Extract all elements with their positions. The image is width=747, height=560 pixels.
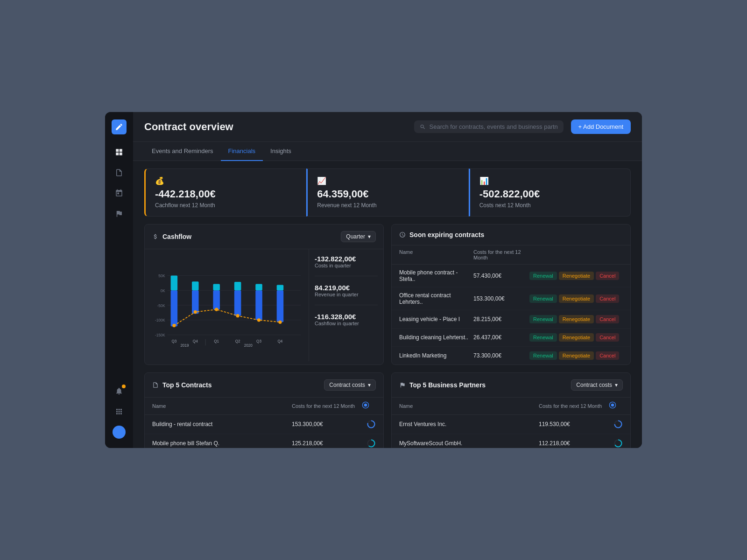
svg-text:Q1: Q1: [214, 339, 219, 343]
sidebar-item-documents[interactable]: [111, 164, 127, 181]
sidebar-item-user[interactable]: [111, 424, 127, 441]
svg-point-25: [236, 314, 239, 317]
sidebar-item-calendar[interactable]: [111, 185, 127, 202]
top-partners-header: Top 5 Business Partners Contract costs ▾: [392, 373, 630, 398]
top-contracts-dropdown[interactable]: Contract costs ▾: [324, 379, 376, 391]
revenue-value: 64.359,00€: [317, 188, 458, 200]
cashflow-title: Cashflow: [152, 233, 191, 240]
summary-card-costs: 📊 -502.822,00€ Costs next 12 Month: [469, 168, 631, 217]
svg-point-38: [364, 404, 367, 407]
svg-text:50K: 50K: [158, 274, 165, 278]
svg-rect-21: [277, 285, 284, 290]
stat-revenue-quarter: 84.219,00€ Revenue in quarter: [315, 284, 378, 297]
svg-rect-20: [277, 290, 284, 322]
summary-card-cashflow: 💰 -442.218,00€ Cachflow next 12 Month: [144, 168, 306, 217]
cashflow-dropdown[interactable]: Quarter ▾: [341, 231, 376, 242]
top-contracts-header: Top 5 Contracts Contract costs ▾: [145, 373, 383, 398]
costs-label: Costs next 12 Month: [479, 202, 621, 209]
cancel-button[interactable]: Cancel: [596, 333, 619, 342]
cancel-button[interactable]: Cancel: [596, 294, 619, 303]
expiring-row: Office rental contract Lehrters.. 153.30…: [392, 287, 630, 310]
expiring-row: Building cleaning Lehrterst.. 26.437,00€…: [392, 329, 630, 347]
costs-icon: 📊: [479, 176, 621, 185]
partners-panel-icon: [399, 382, 406, 388]
app-logo[interactable]: [112, 119, 127, 134]
renewal-button[interactable]: Renewal: [529, 294, 557, 303]
sidebar-item-notifications[interactable]: [111, 383, 127, 399]
revenue-label: Revenue next 12 Month: [317, 202, 458, 209]
search-input[interactable]: [430, 123, 558, 130]
tab-insights[interactable]: Insights: [263, 142, 299, 161]
sidebar-item-flags[interactable]: [111, 205, 127, 222]
svg-point-24: [215, 308, 218, 311]
expiring-icon: [399, 231, 406, 238]
chart-area: 50K 0K -50K -100K -150K: [145, 249, 309, 361]
expiring-body: Name Costs for the next 12 Month Mobile …: [392, 245, 630, 364]
svg-text:Q3: Q3: [256, 339, 261, 343]
cancel-button[interactable]: Cancel: [596, 315, 619, 323]
renegotiate-button[interactable]: Renegotiate: [559, 351, 594, 360]
page-title: Contract overview: [144, 121, 407, 133]
add-document-button[interactable]: + Add Document: [571, 119, 631, 134]
progress-icon: [613, 420, 623, 429]
renegotiate-button[interactable]: Renegotiate: [559, 315, 594, 323]
middle-row: Cashflow Quarter ▾: [144, 224, 631, 365]
svg-rect-17: [234, 282, 241, 290]
svg-rect-15: [213, 284, 220, 291]
renewal-button[interactable]: Renewal: [529, 272, 557, 280]
search-bar[interactable]: [414, 120, 564, 133]
summary-card-revenue: 📈 64.359,00€ Revenue next 12 Month: [306, 168, 468, 217]
svg-text:Q4: Q4: [278, 339, 283, 343]
expiring-row: Leasing vehicle - Place I 28.215,00€ Ren…: [392, 310, 630, 329]
cashflow-chart: 50K 0K -50K -100K -150K: [150, 253, 303, 357]
svg-text:-50K: -50K: [157, 304, 166, 308]
partners-table-header: Name Costs for the next 12 Month: [392, 398, 630, 415]
progress-icon: [366, 420, 376, 429]
svg-point-23: [194, 310, 197, 314]
header: Contract overview + Add Document: [133, 112, 642, 142]
tab-events-reminders[interactable]: Events and Reminders: [144, 142, 221, 161]
chart-sidebar: -132.822,00€ Costs in quarter 84.219,00€…: [309, 249, 383, 361]
expiring-row: LinkedIn Marketing 73.300,00€ Renewal Re…: [392, 347, 630, 364]
renewal-button[interactable]: Renewal: [529, 333, 557, 342]
cancel-button[interactable]: Cancel: [596, 351, 619, 360]
top-contracts-table: Name Costs for the next 12 Month Buildin…: [145, 398, 383, 448]
svg-rect-11: [171, 275, 178, 290]
svg-point-48: [611, 404, 614, 407]
progress-icon: [613, 439, 623, 448]
svg-text:-100K: -100K: [155, 318, 165, 322]
svg-point-27: [278, 321, 282, 324]
svg-point-22: [172, 324, 176, 327]
cashflow-body: 50K 0K -50K -100K -150K: [145, 249, 383, 361]
expiring-contracts-panel: Soon expiring contracts Name Costs for t…: [391, 224, 631, 365]
cashflow-label: Cachflow next 12 Month: [155, 202, 296, 209]
sidebar-item-integrations[interactable]: [111, 403, 127, 420]
cancel-button[interactable]: Cancel: [596, 272, 619, 280]
cashflow-panel-header: Cashflow Quarter ▾: [145, 224, 383, 249]
sidebar-item-dashboard[interactable]: [111, 144, 127, 161]
renewal-button[interactable]: Renewal: [529, 351, 557, 360]
svg-text:-150K: -150K: [155, 333, 165, 337]
svg-rect-18: [255, 290, 262, 320]
stat-cashflow-quarter: -116.328,00€ Cashflow in quarter: [315, 313, 378, 326]
expiring-title: Soon expiring contracts: [399, 231, 484, 238]
renegotiate-button[interactable]: Renegotiate: [559, 294, 594, 303]
svg-point-26: [257, 318, 261, 322]
contracts-table-header: Name Costs for the next 12 Month: [145, 398, 383, 415]
svg-rect-19: [255, 284, 262, 291]
cashflow-panel: Cashflow Quarter ▾: [144, 224, 384, 365]
cashflow-icon: 💰: [155, 176, 296, 185]
search-icon: [420, 124, 426, 130]
svg-rect-16: [234, 290, 241, 316]
expiring-row: Mobile phone contract - Stefa.. 57.430,0…: [392, 265, 630, 287]
tab-financials[interactable]: Financials: [221, 142, 263, 161]
main-content: Contract overview + Add Document Events …: [133, 112, 642, 448]
cashflow-value: -442.218,00€: [155, 188, 296, 200]
list-item: Building - rental contract 153.300,00€: [145, 415, 383, 434]
list-item: Mobile phone bill Stefan Q. 125.218,00€: [145, 434, 383, 448]
top-partners-dropdown[interactable]: Contract costs ▾: [571, 379, 623, 391]
renegotiate-button[interactable]: Renegotiate: [559, 333, 594, 342]
renewal-button[interactable]: Renewal: [529, 315, 557, 323]
chevron-down-icon: ▾: [368, 233, 371, 240]
renegotiate-button[interactable]: Renegotiate: [559, 272, 594, 280]
